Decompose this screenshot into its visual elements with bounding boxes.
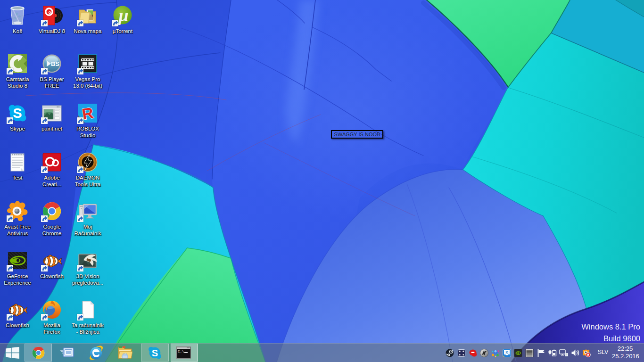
svg-text:BS: BS	[51, 60, 59, 67]
svg-text:µ: µ	[117, 5, 129, 25]
svg-text:S: S	[13, 106, 22, 121]
svg-text:C:\: C:\	[178, 350, 184, 354]
svg-text:X: X	[506, 351, 508, 354]
svg-text:S: S	[152, 348, 158, 358]
